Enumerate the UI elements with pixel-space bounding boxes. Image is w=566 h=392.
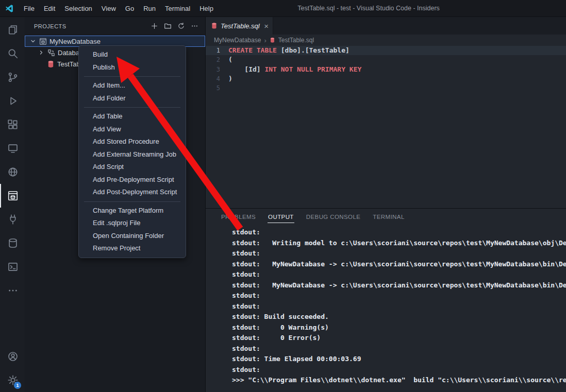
context-menu-separator bbox=[84, 201, 180, 202]
editor-area: TestTable.sql × MyNewDatabase › TestTabl… bbox=[206, 17, 566, 392]
code-line-4[interactable]: 4) bbox=[206, 74, 566, 83]
search-icon[interactable] bbox=[0, 42, 25, 65]
menubar-item-selection[interactable]: Selection bbox=[60, 0, 96, 17]
output-line: stdout: MyNewDatabase -> c:\Users\scoria… bbox=[232, 280, 566, 291]
panel-tab-problems[interactable]: PROBLEMS bbox=[216, 210, 261, 223]
sql-file-database-icon bbox=[211, 22, 218, 29]
run-and-debug-icon[interactable] bbox=[0, 89, 25, 113]
output-line: stdout: MyNewDatabase -> c:\Users\scoria… bbox=[232, 259, 566, 270]
settings-badge: 1 bbox=[14, 382, 21, 389]
output-line: stdout: Time Elapsed 00:00:03.69 bbox=[232, 354, 566, 365]
output-line: >>> "C:\\Program Files\\dotnet\\dotnet.e… bbox=[232, 375, 566, 386]
window-title: TestTable.sql - test - Visual Studio Cod… bbox=[211, 5, 526, 12]
panel-tab-terminal[interactable]: TERMINAL bbox=[368, 210, 409, 223]
context-menu-item-open-containing-folder[interactable]: Open Containing Folder bbox=[79, 230, 186, 243]
context-menu-item-add-view[interactable]: Add View bbox=[79, 123, 186, 136]
sql-file-database-icon bbox=[270, 37, 275, 43]
menubar-item-view[interactable]: View bbox=[97, 0, 121, 17]
connections-icon[interactable] bbox=[0, 208, 25, 231]
panel-tab-output[interactable]: OUTPUT bbox=[263, 210, 299, 223]
output-line: stdout: bbox=[232, 269, 566, 280]
menu-bar: FileEditSelectionViewGoRunTerminalHelp bbox=[19, 0, 218, 16]
tab-close-icon[interactable]: × bbox=[264, 22, 269, 30]
context-menu-separator bbox=[84, 76, 180, 77]
line-number: 3 bbox=[206, 65, 228, 74]
account-icon[interactable] bbox=[0, 345, 25, 368]
context-menu-separator bbox=[84, 107, 180, 108]
references-icon bbox=[47, 48, 55, 57]
context-menu-item-add-script[interactable]: Add Script bbox=[79, 161, 186, 174]
output-line: stdout: bbox=[232, 227, 566, 238]
tab-label: TestTable.sql bbox=[221, 22, 261, 30]
explorer-icon[interactable] bbox=[0, 18, 25, 42]
output-line: stdout: bbox=[232, 344, 566, 354]
line-number: 4 bbox=[206, 74, 228, 83]
code-line-1[interactable]: 1CREATE TABLE [dbo].[TestTable] bbox=[206, 46, 566, 55]
context-menu-item-change-target-platform[interactable]: Change Target Platform bbox=[79, 204, 186, 217]
output-line: stdout: bbox=[232, 301, 566, 312]
code-line-5[interactable]: 5 bbox=[206, 83, 566, 93]
code-editor[interactable]: 1CREATE TABLE [dbo].[TestTable]2(3 [Id] … bbox=[206, 46, 566, 208]
menubar-item-file[interactable]: File bbox=[19, 0, 39, 17]
context-menu-item-add-item[interactable]: Add Item... bbox=[79, 79, 186, 92]
more-actions-icon[interactable] bbox=[191, 22, 199, 30]
panel-tab-debug-console[interactable]: DEBUG CONSOLE bbox=[301, 210, 366, 223]
code-text: CREATE TABLE [dbo].[TestTable] bbox=[228, 46, 349, 55]
panel-tab-bar: PROBLEMSOUTPUTDEBUG CONSOLETERMINAL bbox=[206, 209, 566, 225]
output-console[interactable]: stdout:stdout: Writing model to c:\Users… bbox=[206, 225, 566, 392]
line-number: 5 bbox=[206, 83, 228, 93]
line-number: 2 bbox=[206, 55, 228, 64]
context-menu-item-add-external-streaming-job[interactable]: Add External Streaming Job bbox=[79, 148, 186, 161]
context-menu-item-add-stored-procedure[interactable]: Add Stored Procedure bbox=[79, 135, 186, 148]
output-line: stdout: bbox=[232, 365, 566, 376]
notebooks-icon[interactable] bbox=[0, 255, 25, 279]
settings-gear-icon[interactable]: 1 bbox=[0, 368, 25, 392]
source-control-icon[interactable] bbox=[0, 65, 25, 89]
sql-database-icon[interactable] bbox=[0, 231, 25, 255]
menubar-item-edit[interactable]: Edit bbox=[39, 0, 60, 17]
chevron-down-icon[interactable] bbox=[30, 38, 36, 44]
output-line: stdout: bbox=[232, 291, 566, 301]
extensions-icon[interactable] bbox=[0, 113, 25, 137]
context-menu-item-add-table[interactable]: Add Table bbox=[79, 110, 186, 123]
menubar-item-run[interactable]: Run bbox=[139, 0, 160, 17]
open-folder-icon[interactable] bbox=[164, 22, 172, 30]
web-icon[interactable] bbox=[0, 160, 25, 184]
database-project-icon bbox=[39, 37, 47, 45]
remote-explorer-icon[interactable] bbox=[0, 137, 25, 160]
context-menu-item-add-post-deployment-script[interactable]: Add Post-Deployment Script bbox=[79, 186, 186, 199]
projects-panel-header: PROJECTS bbox=[25, 17, 205, 36]
vscode-window: FileEditSelectionViewGoRunTerminalHelp T… bbox=[0, 0, 566, 392]
context-menu-item-add-folder[interactable]: Add Folder bbox=[79, 92, 186, 105]
code-text: ( bbox=[228, 55, 232, 64]
database-projects-icon[interactable] bbox=[0, 184, 25, 208]
code-text: [Id] INT NOT NULL PRIMARY KEY bbox=[228, 65, 361, 74]
menubar-item-terminal[interactable]: Terminal bbox=[160, 0, 195, 17]
output-line: stdout: 0 Error(s) bbox=[232, 333, 566, 344]
tree-item-label: MyNewDatabase bbox=[49, 38, 101, 45]
menubar-item-go[interactable]: Go bbox=[121, 0, 139, 17]
add-project-icon[interactable] bbox=[151, 22, 159, 30]
code-text: ) bbox=[228, 74, 232, 83]
output-line: stdout: Writing model to c:\Users\scoria… bbox=[232, 238, 566, 249]
context-menu-item-add-pre-deployment-script[interactable]: Add Pre-Deployment Script bbox=[79, 174, 186, 186]
breadcrumb-item[interactable]: MyNewDatabase bbox=[214, 37, 261, 44]
context-menu-item-remove-project[interactable]: Remove Project bbox=[79, 242, 186, 255]
bottom-panel: PROBLEMSOUTPUTDEBUG CONSOLETERMINAL stdo… bbox=[206, 208, 566, 392]
activity-bar-bottom: 1 bbox=[0, 345, 25, 392]
tab-testtable-sql[interactable]: TestTable.sql × bbox=[206, 17, 273, 35]
context-menu-item-edit-sqlproj-file[interactable]: Edit .sqlproj File bbox=[79, 217, 186, 230]
context-menu-item-publish[interactable]: Publish bbox=[79, 61, 186, 74]
projects-panel-actions bbox=[151, 22, 199, 30]
output-line: stdout: 0 Warning(s) bbox=[232, 322, 566, 333]
title-bar: FileEditSelectionViewGoRunTerminalHelp T… bbox=[0, 0, 566, 17]
more-actions-icon[interactable] bbox=[0, 279, 25, 302]
context-menu-item-build[interactable]: Build bbox=[79, 48, 186, 61]
refresh-icon[interactable] bbox=[177, 22, 186, 30]
chevron-right-icon[interactable] bbox=[38, 49, 44, 56]
breadcrumb-item[interactable]: TestTable.sql bbox=[278, 37, 314, 44]
code-line-3[interactable]: 3 [Id] INT NOT NULL PRIMARY KEY bbox=[206, 65, 566, 74]
code-line-2[interactable]: 2( bbox=[206, 55, 566, 64]
menubar-item-help[interactable]: Help bbox=[195, 0, 218, 17]
projects-panel-title: PROJECTS bbox=[34, 23, 151, 29]
